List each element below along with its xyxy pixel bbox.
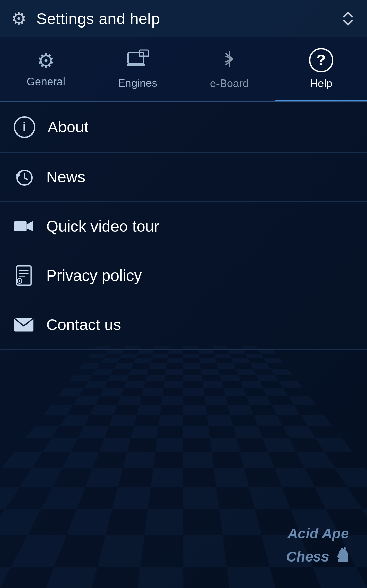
general-gear-icon: ⚙ bbox=[37, 51, 55, 71]
branding-line2: Chess ♞ bbox=[286, 543, 350, 568]
news-label: News bbox=[46, 168, 85, 186]
tab-engines-label: Engines bbox=[118, 77, 157, 89]
eboard-dgt-icon bbox=[221, 49, 238, 72]
menu-item-video-tour[interactable]: Quick video tour bbox=[0, 202, 367, 251]
tab-eboard[interactable]: e-Board bbox=[184, 37, 275, 101]
branding-line1: Acid Ape bbox=[286, 524, 350, 543]
svg-rect-6 bbox=[14, 221, 27, 231]
video-camera-icon bbox=[14, 216, 34, 236]
about-label: About bbox=[48, 118, 88, 136]
tab-bar: ⚙ General Engines bbox=[0, 37, 367, 102]
close-button[interactable] bbox=[340, 11, 356, 27]
help-circle-icon: ? bbox=[309, 48, 333, 72]
header-left: ⚙ Settings and help bbox=[11, 8, 160, 29]
video-tour-label: Quick video tour bbox=[46, 217, 159, 235]
tab-engines[interactable]: Engines bbox=[92, 37, 184, 101]
tab-general[interactable]: ⚙ General bbox=[0, 37, 92, 101]
info-icon: i bbox=[14, 116, 35, 138]
header-title: Settings and help bbox=[36, 10, 160, 28]
settings-gear-icon: ⚙ bbox=[11, 8, 27, 29]
branding: Acid Ape Chess ♞ bbox=[286, 524, 350, 568]
history-icon bbox=[14, 167, 34, 187]
chess-knight-icon: ♞ bbox=[333, 543, 350, 568]
menu-item-contact-us[interactable]: Contact us bbox=[0, 300, 367, 350]
svg-rect-1 bbox=[127, 64, 145, 66]
mail-icon bbox=[14, 315, 34, 335]
header: ⚙ Settings and help bbox=[0, 0, 367, 37]
tab-help-label: Help bbox=[310, 77, 332, 90]
menu-list: i About News Quick video tour bbox=[0, 102, 367, 350]
tab-general-label: General bbox=[27, 75, 65, 88]
svg-rect-8 bbox=[17, 266, 31, 285]
svg-rect-3 bbox=[139, 56, 149, 57]
tab-help[interactable]: ? Help bbox=[275, 37, 367, 101]
privacy-policy-label: Privacy policy bbox=[46, 266, 142, 285]
tab-eboard-label: e-Board bbox=[210, 77, 249, 90]
contact-us-label: Contact us bbox=[46, 316, 121, 334]
document-icon bbox=[14, 265, 34, 286]
svg-rect-0 bbox=[128, 53, 144, 64]
svg-marker-7 bbox=[27, 221, 33, 231]
engines-laptop-icon bbox=[126, 49, 149, 72]
menu-item-news[interactable]: News bbox=[0, 153, 367, 202]
menu-item-about[interactable]: i About bbox=[0, 102, 367, 153]
menu-item-privacy-policy[interactable]: Privacy policy bbox=[0, 251, 367, 300]
